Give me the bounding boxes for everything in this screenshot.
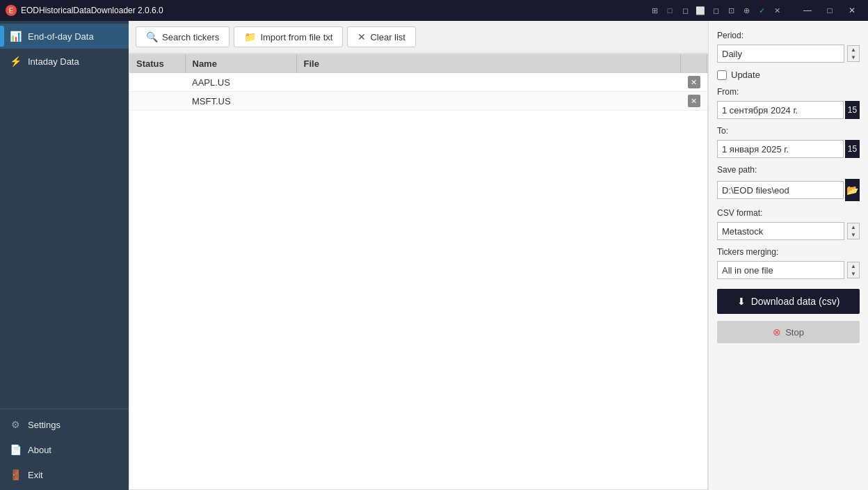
from-section: From: 15 [717, 87, 860, 119]
delete-row-button[interactable]: ✕ [688, 76, 700, 88]
main-toolbar: 🔍 Search tickers 📁 Import from file txt … [129, 21, 708, 54]
tb-icon-8[interactable]: ✓ [755, 4, 768, 17]
to-date-row: 15 [717, 140, 860, 158]
download-button[interactable]: ⬇ Download data (csv) [717, 289, 860, 314]
table-body: AAPL.US ✕ MSFT.US ✕ [129, 73, 707, 111]
sidebar-item-settings[interactable]: ⚙ Settings [0, 412, 129, 437]
intraday-icon: ⚡ [10, 56, 21, 67]
search-icon: 🔍 [146, 31, 158, 42]
cell-status [129, 92, 185, 111]
stop-label: Stop [785, 327, 804, 338]
sidebar-divider [0, 216, 129, 409]
save-path-section: Save path: 📂 [717, 165, 860, 201]
app-icon: E [6, 5, 17, 16]
csv-spin-btns: ▲ ▼ [847, 223, 860, 239]
import-label: Import from file txt [260, 32, 332, 42]
tb-icon-7[interactable]: ⊕ [740, 4, 753, 17]
clear-icon: ✕ [357, 31, 366, 42]
intraday-label: Intaday Data [28, 56, 79, 67]
table-row: MSFT.US ✕ [129, 92, 707, 111]
period-label: Period: [717, 31, 860, 40]
csv-format-section: CSV format: MetastockYahooGeneric ▲ ▼ [717, 208, 860, 240]
update-label[interactable]: Update [731, 70, 760, 80]
from-label: From: [717, 87, 860, 97]
merging-spin-up[interactable]: ▲ [848, 262, 859, 270]
clear-label: Clear list [370, 32, 405, 42]
cell-file [296, 73, 681, 92]
merging-spin-down[interactable]: ▼ [848, 270, 859, 278]
minimize-button[interactable]: — [797, 3, 818, 17]
title-bar: E EODHistoricalDataDownloader 2.0.6.0 ⊞ … [0, 0, 868, 21]
stop-icon: ⊗ [773, 326, 781, 338]
to-date-input[interactable] [717, 140, 844, 158]
save-path-input[interactable] [717, 181, 844, 199]
tb-icon-2[interactable]: □ [664, 4, 676, 17]
csv-spin-up[interactable]: ▲ [848, 223, 859, 231]
tickers-merging-select[interactable]: All in one fileSeparate files [717, 261, 844, 279]
search-tickers-button[interactable]: 🔍 Search tickers [136, 26, 230, 47]
tb-icon-6[interactable]: ⊡ [725, 4, 737, 17]
end-of-day-label: End-of-day Data [28, 31, 94, 42]
tb-icon-5[interactable]: ◻ [709, 4, 722, 17]
cell-delete: ✕ [681, 73, 707, 92]
period-select[interactable]: DailyWeeklyMonthly1hour5min1min [717, 45, 844, 63]
cell-name: MSFT.US [185, 92, 296, 111]
app-title: EODHistoricalDataDownloader 2.0.6.0 [21, 6, 648, 15]
period-field-row: DailyWeeklyMonthly1hour5min1min ▲ ▼ [717, 45, 860, 63]
settings-label: Settings [28, 420, 61, 430]
settings-icon: ⚙ [10, 419, 21, 430]
main-content: 🔍 Search tickers 📁 Import from file txt … [129, 21, 708, 490]
period-spin-up[interactable]: ▲ [848, 46, 859, 54]
period-section: Period: DailyWeeklyMonthly1hour5min1min … [717, 31, 860, 63]
browse-folder-button[interactable]: 📂 [845, 179, 860, 201]
maximize-button[interactable]: □ [819, 3, 840, 17]
sidebar-nav: 📊 End-of-day Data ⚡ Intaday Data [0, 21, 129, 216]
cell-name: AAPL.US [185, 73, 296, 92]
period-select-wrapper: DailyWeeklyMonthly1hour5min1min [717, 45, 844, 63]
csv-format-label: CSV format: [717, 208, 860, 218]
period-spin-down[interactable]: ▼ [848, 54, 859, 61]
to-label: To: [717, 126, 860, 136]
stop-button[interactable]: ⊗ Stop [717, 321, 860, 343]
sidebar-item-about[interactable]: 📄 About [0, 437, 129, 462]
csv-format-select[interactable]: MetastockYahooGeneric [717, 222, 844, 240]
from-date-input[interactable] [717, 101, 844, 119]
sidebar-item-end-of-day[interactable]: 📊 End-of-day Data [0, 24, 129, 49]
close-button[interactable]: ✕ [842, 3, 862, 17]
col-header-file: File [296, 54, 681, 73]
col-header-status: Status [129, 54, 185, 73]
delete-row-button[interactable]: ✕ [688, 95, 700, 107]
cell-delete: ✕ [681, 92, 707, 111]
cell-status [129, 73, 185, 92]
download-icon: ⬇ [737, 296, 746, 307]
from-calendar-button[interactable]: 15 [845, 101, 860, 119]
to-calendar-button[interactable]: 15 [845, 140, 860, 158]
tb-icon-1[interactable]: ⊞ [648, 4, 661, 17]
to-section: To: 15 [717, 126, 860, 158]
clear-list-button[interactable]: ✕ Clear list [347, 26, 416, 47]
search-tickers-label: Search tickers [162, 32, 219, 42]
csv-select-wrapper: MetastockYahooGeneric [717, 222, 844, 240]
sidebar: 📊 End-of-day Data ⚡ Intaday Data ⚙ Setti… [0, 21, 129, 490]
sidebar-item-intraday[interactable]: ⚡ Intaday Data [0, 49, 129, 74]
sidebar-item-exit[interactable]: 🚪 Exit [0, 462, 129, 487]
exit-label: Exit [28, 470, 43, 480]
csv-spin-down[interactable]: ▼ [848, 231, 859, 239]
csv-format-field-row: MetastockYahooGeneric ▲ ▼ [717, 222, 860, 240]
save-path-label: Save path: [717, 165, 860, 175]
update-checkbox[interactable] [717, 70, 727, 80]
import-icon: 📁 [244, 31, 256, 42]
active-indicator [0, 26, 4, 47]
tb-icon-4[interactable]: ⬜ [694, 4, 707, 17]
app-body: 📊 End-of-day Data ⚡ Intaday Data ⚙ Setti… [0, 21, 868, 490]
sidebar-bottom: ⚙ Settings 📄 About 🚪 Exit [0, 409, 129, 490]
import-file-button[interactable]: 📁 Import from file txt [234, 26, 343, 47]
tb-icon-9[interactable]: ✕ [771, 4, 783, 17]
col-header-name: Name [185, 54, 296, 73]
tickers-merging-field-row: All in one fileSeparate files ▲ ▼ [717, 261, 860, 279]
merging-select-wrapper: All in one fileSeparate files [717, 261, 844, 279]
merging-spin-btns: ▲ ▼ [847, 262, 860, 278]
tb-icon-3[interactable]: ◻ [679, 4, 691, 17]
save-path-row: 📂 [717, 179, 860, 201]
cell-file [296, 92, 681, 111]
